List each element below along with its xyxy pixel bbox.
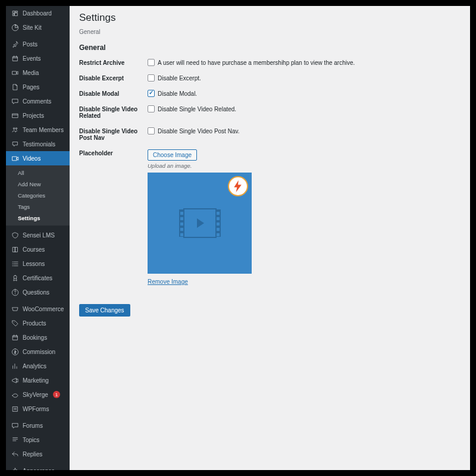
- tag-icon: [11, 319, 19, 327]
- sidebar-item-label: WPForms: [23, 406, 49, 412]
- sidebar-item-site-kit[interactable]: Site Kit: [6, 20, 70, 35]
- disable-modal-label: Disable Modal: [79, 90, 148, 97]
- sidebar-item-label: Pages: [23, 84, 39, 90]
- appearance-icon: [11, 466, 19, 470]
- sidebar-item-label: Dashboard: [23, 10, 52, 17]
- remove-image-link[interactable]: Remove Image: [148, 278, 188, 285]
- disable-single-video-post-nav-checkbox[interactable]: [148, 127, 155, 134]
- sidebar-item-wpforms[interactable]: WPForms: [6, 402, 70, 416]
- sidebar-item-comments[interactable]: Comments: [6, 94, 70, 108]
- disable-single-video-related-checkbox[interactable]: [148, 105, 155, 112]
- save-changes-button[interactable]: Save Changes: [79, 304, 130, 317]
- sidebar-item-projects[interactable]: Projects: [6, 108, 70, 123]
- sidebar-item-videos[interactable]: Videos: [6, 151, 70, 165]
- sidebar-item-label: Posts: [23, 41, 37, 48]
- chart-icon: [11, 362, 19, 370]
- sidebar-item-questions[interactable]: Questions: [6, 285, 70, 299]
- comment-icon: [11, 421, 19, 430]
- sidebar-item-analytics[interactable]: Analytics: [6, 359, 70, 373]
- sidebar-item-marketing[interactable]: Marketing: [6, 373, 70, 387]
- disable-excerpt-checkbox[interactable]: [148, 74, 155, 82]
- sidebar-item-label: Projects: [23, 112, 44, 119]
- sidebar-item-label: Comments: [23, 98, 51, 105]
- disable-single-video-post-nav-label: Disable Single Video Post Nav: [79, 127, 148, 141]
- testimonial-icon: [11, 140, 19, 148]
- sidebar-item-woocommerce[interactable]: WooCommerce: [6, 302, 70, 316]
- sidebar-item-testimonials[interactable]: Testimonials: [6, 137, 70, 151]
- restrict-archive-checkbox[interactable]: [148, 59, 155, 66]
- placeholder-label: Placeholder: [79, 149, 148, 156]
- sidebar-item-label: Media: [23, 70, 39, 76]
- sidebar-item-events[interactable]: Events: [6, 51, 70, 65]
- placeholder-thumbnail[interactable]: [148, 173, 252, 274]
- section-heading: General: [79, 43, 461, 52]
- sitekit-icon: [11, 23, 19, 32]
- sidebar-item-label: Replies: [23, 451, 42, 458]
- money-icon: [11, 347, 19, 356]
- sensei-icon: [11, 231, 19, 239]
- sidebar-item-appearance[interactable]: Appearance: [6, 464, 70, 470]
- calendar-icon: [11, 54, 19, 62]
- video-placeholder-icon: [183, 208, 217, 238]
- sidebar-item-label: Lessons: [23, 261, 45, 267]
- sidebar-item-bookings[interactable]: Bookings: [6, 330, 70, 345]
- settings-subnav[interactable]: General: [79, 29, 461, 35]
- restrict-archive-description: A user will need to have purchase a memb…: [158, 60, 355, 66]
- videos-submenu: AllAdd NewCategoriesTagsSettings: [6, 165, 70, 226]
- submenu-item-all[interactable]: All: [6, 167, 70, 178]
- sidebar-item-media[interactable]: Media: [6, 65, 70, 80]
- sidebar-item-label: Events: [23, 55, 41, 62]
- sidebar-item-label: Videos: [23, 155, 40, 162]
- sidebar-item-pages[interactable]: Pages: [6, 80, 70, 94]
- sidebar-item-certificates[interactable]: Certificates: [6, 271, 70, 285]
- sidebar-item-label: Products: [23, 320, 46, 327]
- disable-modal-description: Disable Modal.: [158, 90, 197, 97]
- sidebar-item-sensei-lms[interactable]: Sensei LMS: [6, 228, 70, 242]
- projects-icon: [11, 111, 19, 120]
- admin-sidebar: DashboardSite KitPostsEventsMediaPagesCo…: [6, 6, 70, 470]
- sidebar-item-forums[interactable]: Forums: [6, 418, 70, 433]
- woo-icon: [11, 305, 19, 313]
- sidebar-item-label: Site Kit: [23, 24, 42, 31]
- sidebar-item-replies[interactable]: Replies: [6, 447, 70, 461]
- comment-icon: [11, 97, 19, 105]
- sidebar-item-label: Questions: [23, 289, 49, 296]
- wpforms-icon: [11, 405, 19, 413]
- sidebar-item-topics[interactable]: Topics: [6, 433, 70, 447]
- amp-bolt-icon: [228, 176, 248, 196]
- sidebar-item-lessons[interactable]: Lessons: [6, 256, 70, 271]
- submenu-item-settings[interactable]: Settings: [6, 212, 70, 224]
- disable-modal-checkbox[interactable]: [148, 90, 155, 97]
- sidebar-item-dashboard[interactable]: Dashboard: [6, 6, 70, 20]
- sidebar-item-label: Commission: [23, 349, 55, 355]
- main-content: Settings General General Restrict Archiv…: [70, 6, 470, 470]
- disable-single-video-post-nav-description: Disable Single Video Post Nav.: [158, 128, 240, 134]
- question-icon: [11, 288, 19, 296]
- sidebar-item-products[interactable]: Products: [6, 316, 70, 330]
- megaphone-icon: [11, 376, 19, 384]
- media-icon: [11, 68, 19, 77]
- video-icon: [11, 154, 19, 162]
- sidebar-item-team-members[interactable]: Team Members: [6, 123, 70, 137]
- sidebar-item-skyverge[interactable]: SkyVerge1: [6, 387, 70, 402]
- sidebar-item-label: Bookings: [23, 334, 47, 341]
- submenu-item-tags[interactable]: Tags: [6, 201, 70, 212]
- disable-single-video-related-label: Disable Single Video Related: [79, 105, 148, 119]
- sidebar-item-label: Topics: [23, 437, 39, 443]
- sidebar-item-posts[interactable]: Posts: [6, 37, 70, 51]
- update-badge: 1: [53, 391, 60, 398]
- sidebar-item-label: Certificates: [23, 275, 52, 281]
- sidebar-item-label: SkyVerge: [23, 392, 48, 398]
- sidebar-item-courses[interactable]: Courses: [6, 242, 70, 256]
- choose-image-button[interactable]: Choose Image: [148, 149, 197, 161]
- dashboard-icon: [11, 9, 19, 17]
- list-icon: [11, 259, 19, 268]
- sidebar-item-label: Courses: [23, 246, 45, 253]
- submenu-item-add-new[interactable]: Add New: [6, 178, 70, 190]
- calendar-icon: [11, 333, 19, 342]
- sidebar-item-commission[interactable]: Commission: [6, 345, 70, 359]
- upload-hint: Upload an image.: [148, 162, 461, 169]
- submenu-item-categories[interactable]: Categories: [6, 190, 70, 201]
- page-icon: [11, 83, 19, 91]
- skyverge-icon: [11, 390, 19, 399]
